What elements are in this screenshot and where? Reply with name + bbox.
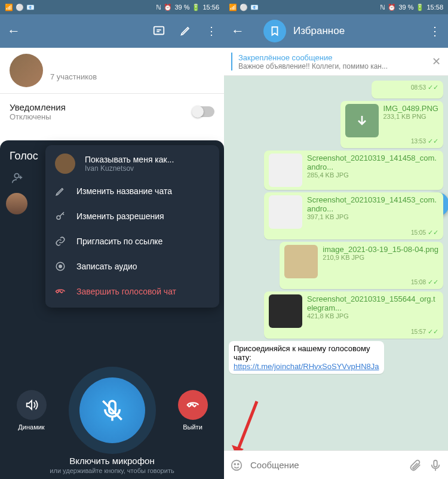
chat-header: ← ⋮ (0, 14, 224, 48)
chat-header: ← Избранное ⋮ (224, 14, 448, 48)
notif-toggle[interactable] (193, 106, 214, 117)
comment-icon[interactable] (152, 24, 165, 38)
record-icon (55, 261, 67, 272)
group-profile[interactable]: 7 участников (0, 48, 224, 93)
svg-point-1 (14, 174, 19, 178)
menu-record[interactable]: Записать аудио (45, 254, 219, 279)
key-icon (55, 211, 67, 222)
wifi-icon: ⚪ (16, 4, 24, 11)
group-name (50, 60, 122, 70)
notif-title: Уведомления (10, 102, 66, 112)
close-icon[interactable]: ✕ (432, 55, 441, 68)
clock-text: 15:56 (202, 4, 219, 11)
mic-icon[interactable] (429, 459, 442, 472)
notifications-row[interactable]: Уведомления Отключены (0, 93, 224, 130)
signal-icon: 📶 (5, 4, 13, 11)
menu-end-call[interactable]: Завершить голосовой чат (45, 279, 219, 304)
nfc-icon: ℕ (380, 4, 385, 11)
mic-caption: Включить микрофон или удерживайте кнопку… (0, 456, 224, 474)
file-message[interactable]: Screenshot_20210319_155644_org.telegram.… (264, 291, 443, 339)
link-icon (55, 236, 67, 247)
message-input-bar (224, 450, 448, 479)
message-input[interactable] (250, 460, 401, 470)
more-icon[interactable]: ⋮ (206, 24, 217, 38)
file-message[interactable]: image_2021-03-19_15-08-04.png 210,9 KB J… (280, 242, 443, 289)
voice-chat-title: Голос (10, 150, 38, 162)
download-icon[interactable] (345, 104, 379, 137)
text-message[interactable]: Присоединяйся к нашему голосовому чату: … (229, 341, 384, 374)
clock-text: 15:58 (426, 4, 443, 11)
menu-rename[interactable]: Изменить название чата (45, 179, 219, 204)
add-person-icon[interactable] (10, 171, 23, 185)
svg-point-2 (57, 216, 60, 219)
back-arrow-icon[interactable]: ← (7, 23, 20, 39)
status-bar: 📶 ⚪ 📧 ℕ ⏰ 39 % 🔋 15:58 (224, 0, 448, 14)
group-members: 7 участников (50, 72, 214, 81)
svg-point-4 (59, 265, 62, 268)
alarm-icon: ⏰ (388, 4, 396, 11)
battery-icon: 🔋 (192, 4, 200, 11)
battery-text: 39 % (174, 4, 189, 11)
alarm-icon: ⏰ (164, 4, 172, 11)
pinned-message[interactable]: Закреплённое сообщение Важное объявление… (224, 48, 448, 76)
status-bar: 📶 ⚪ 📧 ℕ ⏰ 39 % 🔋 15:56 (0, 0, 224, 14)
message[interactable]: 08:53✓✓ (372, 81, 443, 99)
participant-avatar[interactable] (6, 193, 27, 214)
menu-invite[interactable]: Пригласить по ссылке (45, 229, 219, 254)
user-avatar-icon (55, 153, 75, 174)
voice-chat-sheet: Голос Показывать меня как... Ivan Kuznet… (0, 140, 224, 479)
nfc-icon: ℕ (156, 4, 161, 11)
signal-icon: 📶 (229, 4, 237, 11)
file-message[interactable]: Screenshot_20210319_141453_com.andro... … (264, 192, 443, 240)
chat-title[interactable]: Избранное (293, 25, 422, 37)
svg-point-8 (234, 463, 235, 465)
svg-point-9 (238, 463, 239, 465)
chat-body[interactable]: 08:53✓✓ IMG_0489.PNG 233,1 KB PNG 13:53✓… (224, 76, 448, 464)
saved-messages-icon (263, 20, 286, 42)
svg-rect-10 (434, 460, 437, 466)
svg-rect-0 (154, 27, 164, 35)
invite-link[interactable]: https://t.me/joinchat/RHvxSoSYVvpHN8Ja (234, 362, 379, 371)
pinned-text: Важное объявление!! Коллеги, помимо кан.… (238, 62, 388, 70)
app-icon: 📧 (26, 4, 35, 11)
group-avatar (10, 54, 43, 87)
leave-button[interactable]: Выйти (178, 390, 208, 431)
thumbnail (269, 294, 302, 328)
file-message[interactable]: IMG_0489.PNG 233,1 KB PNG 13:53✓✓ (340, 101, 444, 148)
battery-text: 39 % (398, 4, 413, 11)
app-icon: 📧 (250, 4, 259, 11)
menu-permissions[interactable]: Изменить разрешения (45, 204, 219, 229)
battery-icon: 🔋 (416, 4, 424, 11)
back-arrow-icon[interactable]: ← (231, 23, 244, 39)
pin-indicator (231, 53, 232, 70)
svg-point-7 (232, 460, 242, 470)
emoji-icon[interactable] (230, 459, 243, 472)
thumbnail (269, 153, 302, 187)
hangup-icon (55, 286, 67, 297)
file-message[interactable]: Screenshot_20210319_141458_com.andro... … (264, 151, 443, 190)
wifi-icon: ⚪ (240, 4, 248, 11)
speaker-button[interactable]: Динамик (17, 390, 47, 431)
voice-menu: Показывать меня как... Ivan Kuznetsov Из… (45, 145, 219, 308)
more-icon[interactable]: ⋮ (429, 24, 441, 38)
attach-icon[interactable] (409, 459, 422, 472)
thumbnail (284, 245, 318, 278)
menu-show-as[interactable]: Показывать меня как... Ivan Kuznetsov (45, 149, 219, 179)
edit-icon[interactable] (180, 24, 192, 38)
pencil-icon (55, 186, 67, 196)
mic-button[interactable] (79, 377, 145, 443)
pinned-title: Закреплённое сообщение (238, 53, 388, 62)
notif-sub: Отключены (10, 112, 66, 121)
thumbnail (269, 195, 302, 229)
